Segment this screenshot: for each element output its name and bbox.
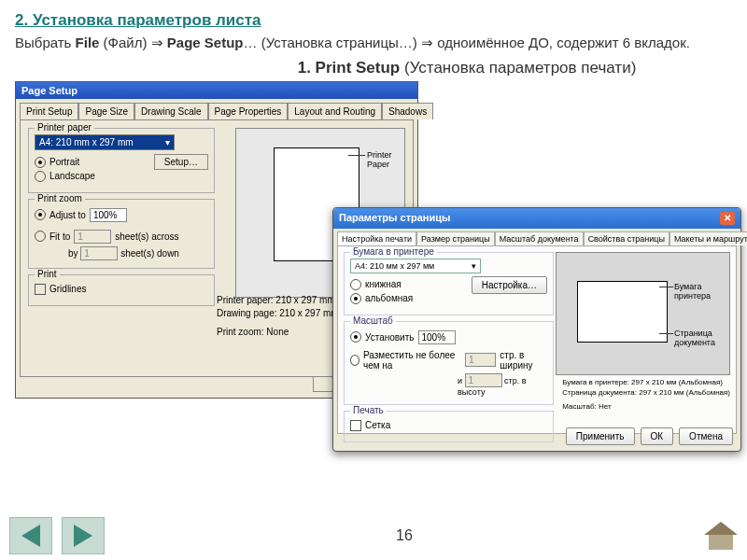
t: стр. в ширину (500, 350, 547, 371)
t: Printer paper: 210 x 297 mm (217, 294, 339, 307)
paper-size-combo[interactable]: A4: 210 мм x 297 мм▾ (350, 259, 481, 273)
t: книжная (365, 279, 402, 289)
group-label: Масштаб (350, 315, 396, 326)
tab-layouts[interactable]: Макеты и маршруты (669, 231, 747, 245)
scale-group: Масштаб Установить 100% Разместить не бо… (344, 321, 554, 405)
gridlines-checkbox[interactable]: Gridlines (35, 284, 208, 295)
close-icon[interactable]: ✕ (720, 212, 735, 225)
group-label: Print (35, 269, 60, 279)
t: Fit to (49, 231, 70, 242)
tab-drawing-scale[interactable]: Drawing Scale (134, 103, 207, 119)
tabs: Print Setup Page Size Drawing Scale Page… (16, 99, 417, 119)
dialog-buttons: Применить ОК Отмена (566, 427, 733, 445)
t: sheet(s) across (115, 231, 178, 242)
t: A4: 210 mm x 297 mm (39, 137, 134, 147)
instruction-text: Выбрать File (Файл) ⇒ Page Setup… (Устан… (15, 34, 732, 53)
fit-across-value: 1 (74, 230, 111, 244)
t: Page Setup (163, 35, 244, 50)
dialog-title: Параметры страницы✕ (333, 208, 740, 229)
info-panel: Бумага в принтере: 297 x 210 мм (Альбомн… (562, 377, 730, 413)
t: by (68, 248, 78, 259)
t: File (76, 35, 100, 50)
tab-shadows[interactable]: Shadows (382, 103, 433, 119)
group-label: Бумага в принтере (350, 246, 437, 257)
t: Установить (365, 332, 415, 343)
t: Сетка (365, 420, 390, 430)
t: … (Установка страницы…) (244, 35, 421, 50)
t: sheet(s) down (120, 248, 179, 259)
t: A4: 210 мм x 297 мм (355, 261, 434, 271)
printer-paper-group: Бумага в принтере A4: 210 мм x 297 мм▾ к… (344, 252, 554, 315)
page-setup-dialog-ru: Параметры страницы✕ Настройка печати Раз… (332, 207, 741, 452)
setup-button[interactable]: Настройка… (472, 276, 547, 294)
landscape-radio[interactable]: Landscape (35, 171, 95, 182)
tab-page-size[interactable]: Page Size (78, 103, 134, 119)
tab-print-setup[interactable]: Print Setup (20, 103, 78, 119)
chevron-down-icon: ▾ (472, 261, 476, 271)
t: Параметры страницы (339, 212, 450, 225)
fit-down-value: 1 (80, 246, 118, 260)
t: Бумага в принтере: 297 x 210 мм (Альбомн… (562, 377, 730, 387)
t: Print zoom: None (217, 326, 339, 339)
t: (Установка параметров печати) (404, 59, 636, 77)
t: одноимённое ДО, содержит 6 вкладок. (433, 35, 690, 50)
ok-button[interactable]: ОК (641, 427, 674, 445)
t: Страница документа: 297 x 210 мм (Альбом… (562, 387, 730, 398)
fit-h-value: 1 (465, 373, 502, 387)
chevron-down-icon: ▾ (165, 137, 170, 147)
grid-checkbox[interactable]: Сетка (350, 420, 547, 431)
tab-print-setup[interactable]: Настройка печати (337, 231, 416, 245)
print-group: Печать Сетка (344, 411, 554, 442)
t: Portrait (49, 157, 79, 167)
print-group: Print Gridlines (28, 274, 215, 306)
tab-layout-routing[interactable]: Layout and Routing (288, 103, 382, 119)
t: (Файл) (99, 35, 150, 50)
printer-paper-group: Printer paper A4: 210 mm x 297 mm▾ Portr… (28, 128, 215, 193)
portrait-radio[interactable]: Portrait (35, 157, 95, 168)
preview-label: Printer Paper (367, 150, 404, 169)
t: 1. Print Setup (298, 59, 404, 77)
t: Разместить не более чем на (363, 350, 461, 371)
set-scale-radio[interactable]: Установить 100% (350, 330, 547, 344)
fit-radio[interactable]: Разместить не более чем на 1 стр. в шири… (350, 350, 547, 371)
landscape-radio[interactable]: альбомная (350, 293, 413, 304)
portrait-radio[interactable]: книжная (350, 279, 413, 290)
group-label: Печать (350, 405, 387, 415)
scale-value[interactable]: 100% (418, 330, 456, 344)
subsection-heading: 1. Print Setup (Установка параметров печ… (202, 59, 732, 77)
t: альбомная (365, 293, 413, 303)
fit-to-radio[interactable]: Fit to 1 sheet(s) across (35, 230, 208, 244)
screenshot-area: Page Setup Print Setup Page Size Drawing… (15, 81, 732, 455)
tab-page-size[interactable]: Размер страницы (416, 231, 495, 245)
adjust-to-radio[interactable]: Adjust to 100% (35, 208, 208, 222)
apply-button[interactable]: Применить (566, 427, 635, 445)
t: Выбрать (15, 35, 76, 50)
arrow-icon: ⇒ (421, 35, 433, 50)
tabs: Настройка печати Размер страницы Масштаб… (333, 229, 740, 245)
paper-size-combo[interactable]: A4: 210 mm x 297 mm▾ (35, 134, 175, 150)
info-panel: Printer paper: 210 x 297 mm Drawing page… (217, 294, 339, 339)
t: Масштаб: Нет (562, 401, 730, 412)
preview-label: Страница документа (674, 329, 729, 347)
t: Landscape (49, 171, 95, 181)
print-zoom-group: Print zoom Adjust to 100% Fit to 1 sheet… (28, 199, 215, 269)
tab-page-properties[interactable]: Page Properties (208, 103, 289, 119)
t: и (458, 376, 462, 385)
dialog-title: Page Setup (16, 82, 417, 99)
preview-page (577, 281, 668, 343)
page-preview: Бумага принтера Страница документа (556, 252, 730, 375)
preview-label: Бумага принтера (674, 282, 729, 301)
cancel-button[interactable]: Отмена (679, 427, 733, 445)
adjust-value[interactable]: 100% (90, 208, 127, 222)
setup-button[interactable]: Setup… (154, 154, 208, 170)
t: Drawing page: 210 x 297 mm (217, 307, 339, 320)
tab-body: Бумага в принтере A4: 210 мм x 297 мм▾ к… (337, 245, 737, 434)
tab-page-props[interactable]: Свойства страницы (584, 231, 669, 245)
group-label: Printer paper (35, 122, 94, 133)
tab-doc-scale[interactable]: Масштаб документа (495, 231, 584, 245)
t: Adjust to (49, 210, 86, 220)
group-label: Print zoom (35, 193, 85, 203)
fit-w-value: 1 (465, 353, 496, 367)
section-heading: 2. Установка параметров листа (15, 11, 732, 30)
t: Gridlines (49, 284, 86, 294)
